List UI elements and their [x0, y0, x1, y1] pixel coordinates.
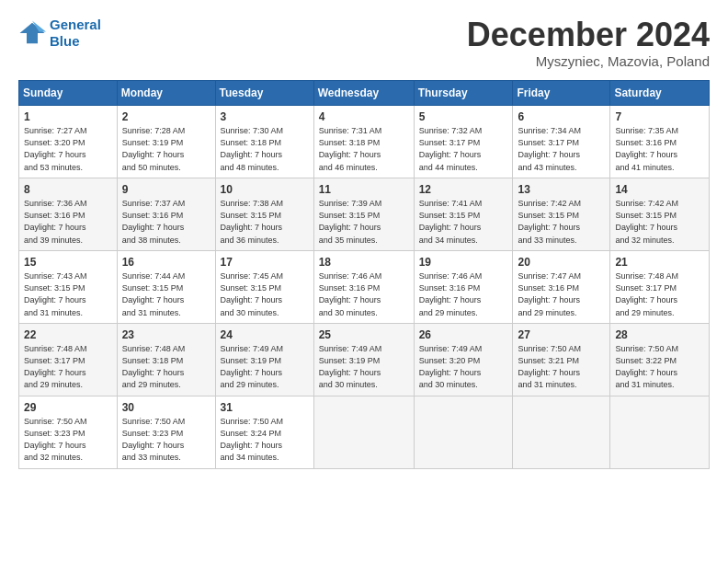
- header-cell-monday: Monday: [117, 80, 215, 105]
- day-info: Sunrise: 7:27 AM Sunset: 3:20 PM Dayligh…: [24, 125, 112, 173]
- calendar-cell: 31Sunrise: 7:50 AM Sunset: 3:24 PM Dayli…: [215, 396, 313, 468]
- day-info: Sunrise: 7:37 AM Sunset: 3:16 PM Dayligh…: [122, 198, 210, 246]
- calendar-row-0: 1Sunrise: 7:27 AM Sunset: 3:20 PM Daylig…: [19, 105, 710, 178]
- day-number: 9: [122, 182, 210, 198]
- day-number: 12: [419, 182, 508, 198]
- day-info: Sunrise: 7:49 AM Sunset: 3:19 PM Dayligh…: [221, 343, 309, 391]
- header-cell-sunday: Sunday: [19, 80, 118, 105]
- calendar-row-1: 8Sunrise: 7:36 AM Sunset: 3:16 PM Daylig…: [19, 178, 710, 250]
- calendar-cell: 13Sunrise: 7:42 AM Sunset: 3:15 PM Dayli…: [513, 178, 610, 250]
- calendar-cell: 26Sunrise: 7:49 AM Sunset: 3:20 PM Dayli…: [414, 323, 513, 396]
- header-cell-saturday: Saturday: [610, 80, 710, 105]
- header: General Blue December 2024 Myszyniec, Ma…: [18, 17, 710, 69]
- calendar-cell: 25Sunrise: 7:49 AM Sunset: 3:19 PM Dayli…: [313, 323, 414, 396]
- day-number: 31: [221, 400, 309, 416]
- svg-marker-0: [20, 23, 45, 44]
- calendar-cell: 24Sunrise: 7:49 AM Sunset: 3:19 PM Dayli…: [215, 323, 313, 396]
- day-number: 22: [24, 327, 112, 343]
- day-number: 25: [319, 327, 409, 343]
- day-number: 28: [615, 327, 704, 343]
- day-info: Sunrise: 7:36 AM Sunset: 3:16 PM Dayligh…: [24, 198, 112, 246]
- calendar-cell: [513, 396, 610, 468]
- day-number: 27: [518, 327, 605, 343]
- calendar-table: SundayMondayTuesdayWednesdayThursdayFrid…: [18, 80, 710, 469]
- day-info: Sunrise: 7:45 AM Sunset: 3:15 PM Dayligh…: [221, 270, 309, 318]
- day-number: 21: [615, 255, 704, 270]
- calendar-cell: 23Sunrise: 7:48 AM Sunset: 3:18 PM Dayli…: [117, 323, 215, 396]
- day-number: 11: [319, 182, 409, 198]
- calendar-cell: 7Sunrise: 7:35 AM Sunset: 3:16 PM Daylig…: [610, 105, 710, 178]
- day-number: 10: [221, 182, 309, 198]
- calendar-cell: 10Sunrise: 7:38 AM Sunset: 3:15 PM Dayli…: [215, 178, 313, 250]
- calendar-cell: 5Sunrise: 7:32 AM Sunset: 3:17 PM Daylig…: [414, 105, 513, 178]
- day-info: Sunrise: 7:35 AM Sunset: 3:16 PM Dayligh…: [615, 125, 704, 173]
- day-number: 17: [221, 255, 309, 270]
- calendar-cell: 3Sunrise: 7:30 AM Sunset: 3:18 PM Daylig…: [215, 105, 313, 178]
- day-info: Sunrise: 7:50 AM Sunset: 3:23 PM Dayligh…: [122, 416, 210, 464]
- day-number: 7: [615, 109, 704, 125]
- day-info: Sunrise: 7:42 AM Sunset: 3:15 PM Dayligh…: [518, 198, 605, 246]
- calendar-cell: 2Sunrise: 7:28 AM Sunset: 3:19 PM Daylig…: [117, 105, 215, 178]
- day-number: 26: [419, 327, 508, 343]
- day-info: Sunrise: 7:46 AM Sunset: 3:16 PM Dayligh…: [319, 270, 409, 318]
- day-info: Sunrise: 7:31 AM Sunset: 3:18 PM Dayligh…: [319, 125, 409, 173]
- calendar-cell: 14Sunrise: 7:42 AM Sunset: 3:15 PM Dayli…: [610, 178, 710, 250]
- calendar-cell: 1Sunrise: 7:27 AM Sunset: 3:20 PM Daylig…: [19, 105, 118, 178]
- header-cell-thursday: Thursday: [414, 80, 513, 105]
- day-info: Sunrise: 7:41 AM Sunset: 3:15 PM Dayligh…: [419, 198, 508, 246]
- month-title: December 2024: [467, 17, 710, 53]
- calendar-row-4: 29Sunrise: 7:50 AM Sunset: 3:23 PM Dayli…: [19, 396, 710, 468]
- calendar-cell: 27Sunrise: 7:50 AM Sunset: 3:21 PM Dayli…: [513, 323, 610, 396]
- calendar-cell: 9Sunrise: 7:37 AM Sunset: 3:16 PM Daylig…: [117, 178, 215, 250]
- day-number: 4: [319, 109, 409, 125]
- logo-text: General Blue: [50, 17, 101, 50]
- day-number: 5: [419, 109, 508, 125]
- day-info: Sunrise: 7:42 AM Sunset: 3:15 PM Dayligh…: [615, 198, 704, 246]
- day-number: 2: [122, 109, 210, 125]
- day-info: Sunrise: 7:49 AM Sunset: 3:20 PM Dayligh…: [419, 343, 508, 391]
- calendar-cell: [610, 396, 710, 468]
- calendar-cell: [414, 396, 513, 468]
- day-number: 18: [319, 255, 409, 270]
- day-number: 6: [518, 109, 605, 125]
- day-number: 23: [122, 327, 210, 343]
- page: General Blue December 2024 Myszyniec, Ma…: [0, 0, 728, 480]
- calendar-cell: 22Sunrise: 7:48 AM Sunset: 3:17 PM Dayli…: [19, 323, 118, 396]
- day-number: 15: [24, 255, 112, 270]
- day-info: Sunrise: 7:46 AM Sunset: 3:16 PM Dayligh…: [419, 270, 508, 318]
- calendar-cell: 12Sunrise: 7:41 AM Sunset: 3:15 PM Dayli…: [414, 178, 513, 250]
- header-cell-friday: Friday: [513, 80, 610, 105]
- location: Myszyniec, Mazovia, Poland: [467, 53, 710, 69]
- title-block: December 2024 Myszyniec, Mazovia, Poland: [467, 17, 710, 69]
- calendar-cell: 11Sunrise: 7:39 AM Sunset: 3:15 PM Dayli…: [313, 178, 414, 250]
- calendar-cell: 17Sunrise: 7:45 AM Sunset: 3:15 PM Dayli…: [215, 250, 313, 323]
- day-number: 29: [24, 400, 112, 416]
- calendar-cell: 4Sunrise: 7:31 AM Sunset: 3:18 PM Daylig…: [313, 105, 414, 178]
- calendar-cell: [313, 396, 414, 468]
- day-info: Sunrise: 7:50 AM Sunset: 3:23 PM Dayligh…: [24, 416, 112, 464]
- day-info: Sunrise: 7:50 AM Sunset: 3:22 PM Dayligh…: [615, 343, 704, 391]
- day-number: 24: [221, 327, 309, 343]
- header-cell-wednesday: Wednesday: [313, 80, 414, 105]
- calendar-cell: 30Sunrise: 7:50 AM Sunset: 3:23 PM Dayli…: [117, 396, 215, 468]
- calendar-row-2: 15Sunrise: 7:43 AM Sunset: 3:15 PM Dayli…: [19, 250, 710, 323]
- day-number: 14: [615, 182, 704, 198]
- calendar-cell: 21Sunrise: 7:48 AM Sunset: 3:17 PM Dayli…: [610, 250, 710, 323]
- day-info: Sunrise: 7:32 AM Sunset: 3:17 PM Dayligh…: [419, 125, 508, 173]
- calendar-cell: 8Sunrise: 7:36 AM Sunset: 3:16 PM Daylig…: [19, 178, 118, 250]
- day-number: 1: [24, 109, 112, 125]
- day-number: 8: [24, 182, 112, 198]
- day-number: 13: [518, 182, 605, 198]
- calendar-row-3: 22Sunrise: 7:48 AM Sunset: 3:17 PM Dayli…: [19, 323, 710, 396]
- day-number: 19: [419, 255, 508, 270]
- calendar-cell: 28Sunrise: 7:50 AM Sunset: 3:22 PM Dayli…: [610, 323, 710, 396]
- day-info: Sunrise: 7:38 AM Sunset: 3:15 PM Dayligh…: [221, 198, 309, 246]
- logo: General Blue: [18, 17, 101, 50]
- calendar-cell: 19Sunrise: 7:46 AM Sunset: 3:16 PM Dayli…: [414, 250, 513, 323]
- header-cell-tuesday: Tuesday: [215, 80, 313, 105]
- day-info: Sunrise: 7:43 AM Sunset: 3:15 PM Dayligh…: [24, 270, 112, 318]
- day-number: 3: [221, 109, 309, 125]
- calendar-cell: 15Sunrise: 7:43 AM Sunset: 3:15 PM Dayli…: [19, 250, 118, 323]
- day-info: Sunrise: 7:34 AM Sunset: 3:17 PM Dayligh…: [518, 125, 605, 173]
- day-info: Sunrise: 7:44 AM Sunset: 3:15 PM Dayligh…: [122, 270, 210, 318]
